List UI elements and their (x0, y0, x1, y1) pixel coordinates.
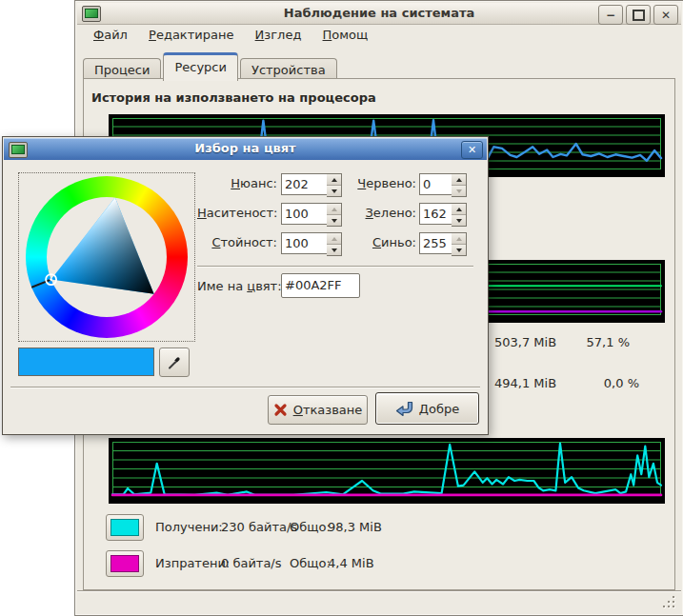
saturation-spin-up[interactable] (327, 204, 341, 214)
maximize-icon (633, 10, 645, 21)
menu-edit[interactable]: Редактиране (140, 25, 242, 45)
dialog-title: Избор на цвят (4, 141, 487, 155)
saturation-value-triangle[interactable] (19, 173, 194, 341)
hue-spin-down[interactable] (327, 185, 341, 196)
sent-total: 4,4 MiB (328, 556, 374, 570)
received-color-swatch (110, 519, 139, 536)
window-title: Наблюдение на системата (77, 6, 681, 20)
received-total: 98,3 MiB (328, 520, 382, 534)
hue-input[interactable]: 202 (281, 173, 332, 195)
maximize-button[interactable] (626, 5, 651, 25)
value-spin-down[interactable] (327, 244, 341, 255)
close-icon: ✕ (468, 145, 476, 155)
received-rate: 230 байта/s (221, 520, 297, 534)
selected-color-preview (18, 348, 154, 376)
dialog-close-button[interactable]: ✕ (461, 141, 483, 159)
blue-spin-up[interactable] (452, 233, 466, 244)
cancel-button[interactable]: Отказване (268, 395, 368, 425)
eyedropper-icon (167, 355, 182, 370)
close-button[interactable]: ✕ (653, 5, 678, 25)
saturation-label: Наситеност: (197, 206, 277, 220)
sent-color-swatch (110, 555, 139, 572)
received-label: Получени: (155, 520, 223, 534)
statusbar (77, 590, 681, 613)
green-spin-up[interactable] (452, 204, 466, 214)
color-picker-dialog: Избор на цвят ✕ (2, 136, 489, 435)
saturation-spin-down[interactable] (327, 214, 341, 226)
blue-spin-down[interactable] (452, 244, 466, 255)
form-separator (197, 266, 473, 268)
value-label: Стойност: (197, 235, 277, 249)
minimize-button[interactable]: − (598, 5, 623, 25)
action-separator (10, 387, 480, 388)
color-name-input[interactable]: #00A2FF (281, 273, 360, 298)
eyedropper-button[interactable] (159, 348, 190, 377)
sent-color-button[interactable] (106, 550, 144, 577)
blue-label: Синьо: (342, 235, 416, 249)
hue-spinner (327, 173, 342, 197)
minimize-icon: − (606, 10, 615, 21)
ok-return-arrow-icon (395, 401, 413, 416)
memory-stat-row: 503,7 MiB 57,1 % (494, 335, 683, 349)
resize-grip[interactable] (663, 596, 675, 608)
menu-file[interactable]: Файл (85, 25, 136, 45)
red-spin-up[interactable] (452, 174, 466, 185)
memory-percent: 57,1 % (573, 335, 630, 349)
value-spinner (327, 232, 342, 256)
cpu-section-title: История на използването на процесора (91, 90, 376, 105)
swap-value: 494,1 MiB (494, 376, 556, 390)
main-titlebar[interactable]: Наблюдение на системата − ✕ (77, 3, 681, 25)
ok-button[interactable]: Добре (375, 392, 479, 425)
sent-total-label: Общо: (290, 556, 331, 570)
tab-resources[interactable]: Ресурси (163, 52, 238, 81)
dialog-titlebar[interactable]: Избор на цвят ✕ (4, 138, 487, 160)
red-spinner (452, 173, 467, 197)
close-icon: ✕ (661, 10, 671, 21)
received-color-button[interactable] (106, 514, 144, 541)
ok-label: Добре (419, 402, 459, 416)
sent-label: Изпратени: (155, 556, 230, 570)
swap-stat-row: 494,1 MiB 0,0 % (494, 376, 683, 390)
color-wheel[interactable] (18, 172, 195, 342)
swap-percent: 0,0 % (582, 376, 639, 390)
received-total-label: Общо: (290, 520, 331, 534)
red-spin-down[interactable] (452, 185, 466, 196)
sent-rate: 0 байта/s (221, 556, 282, 570)
cancel-x-icon (273, 403, 288, 417)
red-label: Червено: (342, 176, 416, 190)
green-spinner (452, 203, 467, 227)
memory-value: 503,7 MiB (494, 335, 556, 349)
color-name-label: Име на цвят: (197, 279, 277, 293)
menu-view[interactable]: Изглед (247, 25, 311, 45)
menubar: Файл Редактиране Изглед Помощ (77, 25, 681, 46)
value-input[interactable]: 100 (281, 232, 332, 254)
blue-spinner (452, 232, 467, 256)
tab-bar: ПроцесиРесурсиУстройства (83, 52, 339, 79)
saturation-input[interactable]: 100 (281, 203, 332, 225)
green-label: Зелено: (342, 206, 416, 220)
saturation-spinner (327, 203, 342, 227)
network-history-chart (109, 438, 665, 504)
hue-label: Нюанс: (197, 176, 277, 190)
hue-spin-up[interactable] (327, 174, 341, 185)
value-spin-up[interactable] (327, 233, 341, 244)
cancel-label: Отказване (293, 403, 363, 417)
menu-help[interactable]: Помощ (314, 25, 377, 45)
green-spin-down[interactable] (452, 214, 466, 226)
